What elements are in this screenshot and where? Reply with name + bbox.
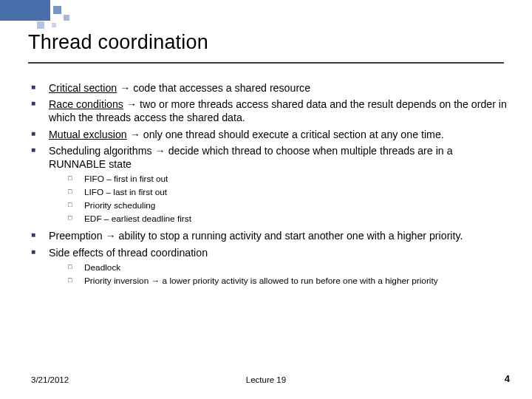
arrow-icon: → [120, 82, 130, 94]
arrow-icon: → [126, 98, 137, 110]
slide-title: Thread coordination [28, 31, 208, 54]
side-effects-sublist: Deadlock Priority inversion → a lower pr… [49, 262, 508, 287]
sub-lifo: LIFO – last in first out [68, 187, 508, 198]
bullet-side-effects: Side effects of thread coordination Dead… [30, 246, 508, 287]
bullet-mutual-exclusion: Mutual exclusion → only one thread shoul… [30, 128, 508, 141]
scheduling-sublist: FIFO – first in first out LIFO – last in… [49, 174, 508, 225]
desc: only one thread should execute a critica… [143, 129, 444, 140]
sub-priority-inversion: Priority inversion → a lower priority ac… [68, 276, 508, 287]
slide: Thread coordination Critical section → c… [0, 0, 532, 399]
desc: Preemption → ability to stop a running a… [49, 230, 463, 242]
sub-deadlock: Deadlock [68, 262, 508, 273]
desc: code that accesses a shared resource [133, 82, 310, 94]
content-body: Critical section → code that accesses a … [30, 81, 508, 291]
title-rule [28, 62, 504, 64]
bullet-race-conditions: Race conditions → two or more threads ac… [30, 98, 508, 124]
desc: Scheduling algorithms → decide which thr… [49, 145, 453, 170]
footer-lecture: Lecture 19 [0, 375, 532, 384]
bullet-critical-section: Critical section → code that accesses a … [30, 81, 508, 95]
term: Race conditions [49, 98, 123, 110]
sub-edf: EDF – earliest deadline first [68, 214, 508, 225]
sub-fifo: FIFO – first in first out [68, 174, 508, 185]
term: Critical section [49, 82, 117, 94]
term: Mutual exclusion [49, 129, 127, 140]
bullet-scheduling: Scheduling algorithms → decide which thr… [30, 144, 508, 225]
corner-decoration [0, 0, 81, 33]
arrow-icon: → [130, 129, 140, 140]
bullet-preemption: Preemption → ability to stop a running a… [30, 229, 508, 242]
footer-page-number: 4 [505, 373, 510, 384]
sub-priority: Priority scheduling [68, 200, 508, 211]
desc: Side effects of thread coordination [49, 247, 208, 259]
